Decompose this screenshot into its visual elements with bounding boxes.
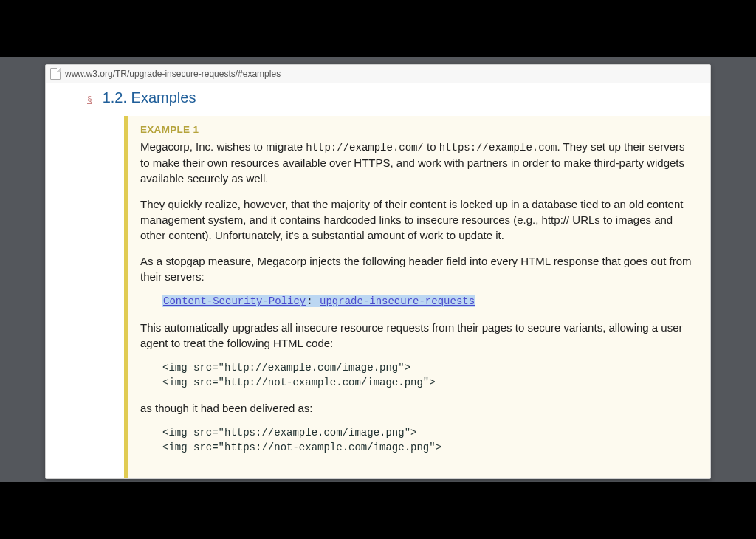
csp-directive-link[interactable]: upgrade-insecure-requests (319, 295, 475, 307)
slide-area: www.w3.org/TR/upgrade-insecure-requests/… (0, 57, 756, 482)
code-inline: http://example.com/ (306, 142, 424, 154)
text: : (306, 295, 319, 307)
section-heading-row: § 1.2. Examples (87, 89, 196, 106)
page-icon (50, 68, 61, 80)
letterbox-bottom (0, 482, 756, 539)
example-paragraph: This automatically upgrades all insecure… (140, 320, 694, 351)
example-paragraph: as though it had been delivered as: (140, 400, 694, 416)
csp-header-name-link[interactable]: Content-Security-Policy (162, 295, 306, 307)
example-label: EXAMPLE 1 (140, 123, 694, 137)
code-inline: https://example.com (439, 142, 557, 154)
page-content: § 1.2. Examples EXAMPLE 1 Megacorp, Inc.… (46, 83, 710, 478)
text: to (424, 140, 439, 153)
section-anchor-link[interactable]: § (87, 95, 92, 105)
url-text: www.w3.org/TR/upgrade-insecure-requests/… (65, 69, 281, 79)
code-after-block: <img src="https://example.com/image.png"… (162, 426, 694, 455)
example-box: EXAMPLE 1 Megacorp, Inc. wishes to migra… (124, 116, 710, 478)
url-bar[interactable]: www.w3.org/TR/upgrade-insecure-requests/… (46, 65, 710, 83)
example-paragraph: Megacorp, Inc. wishes to migrate http://… (140, 139, 694, 187)
text: Megacorp, Inc. wishes to migrate (140, 140, 306, 153)
example-paragraph: They quickly realize, however, that the … (140, 196, 694, 243)
example-paragraph: As a stopgap measure, Megacorp injects t… (140, 253, 694, 284)
http-header-codeblock: Content-Security-Policy: upgrade-insecur… (162, 295, 694, 309)
code-before-block: <img src="http://example.com/image.png">… (162, 361, 694, 390)
browser-window: www.w3.org/TR/upgrade-insecure-requests/… (45, 64, 711, 479)
letterbox-top (0, 0, 756, 57)
section-heading: 1.2. Examples (103, 89, 196, 106)
